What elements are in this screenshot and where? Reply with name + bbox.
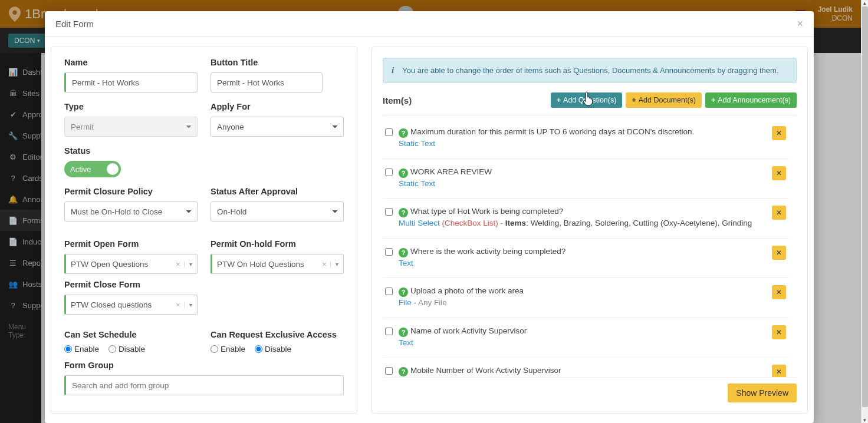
item-checkbox[interactable] <box>385 248 393 256</box>
edit-form-modal: Edit Form × Name Button Title <box>45 11 814 423</box>
info-banner: i You are able to change the order of it… <box>383 58 797 83</box>
items-panel: i You are able to change the order of it… <box>371 47 808 414</box>
open-form-label: Permit Open Form <box>64 239 198 249</box>
chevron-down-icon: ▾ <box>330 261 338 267</box>
question-mark-icon: ? <box>399 367 408 376</box>
plus-icon: + <box>557 96 561 104</box>
question-mark-icon: ? <box>399 168 408 178</box>
clear-icon[interactable]: × <box>318 260 330 269</box>
apply-for-select[interactable]: Anyone <box>211 117 344 137</box>
item-checkbox[interactable] <box>385 128 393 136</box>
question-mark-icon: ? <box>399 287 408 297</box>
item-checkbox[interactable] <box>385 287 393 295</box>
item-type: Static Text <box>399 179 435 188</box>
item-subtype: (CheckBox List) <box>442 219 498 227</box>
schedule-enable-radio[interactable]: Enable <box>64 345 99 353</box>
form-settings-panel: Name Button Title Type Permit <box>51 47 357 414</box>
panel-footer: Show Preview <box>383 377 797 402</box>
chevron-down-icon: ▾ <box>184 302 192 308</box>
info-icon: i <box>392 65 394 75</box>
status-label: Status <box>64 146 198 156</box>
delete-item-button[interactable]: ✕ <box>772 365 786 377</box>
list-item[interactable]: ?WORK AREA REVIEW Static Text ✕ <box>383 159 788 199</box>
schedule-disable-radio[interactable]: Disable <box>108 345 145 353</box>
plus-icon: + <box>632 96 636 104</box>
item-type: Static Text <box>399 139 435 148</box>
closure-policy-select[interactable]: Must be On-Hold to Close <box>64 201 198 222</box>
delete-item-button[interactable]: ✕ <box>772 206 786 220</box>
item-checkbox[interactable] <box>385 367 393 375</box>
name-input[interactable] <box>64 72 198 92</box>
close-form-select[interactable]: PTW Closed questions×▾ <box>64 295 198 315</box>
button-title-input[interactable] <box>211 72 323 92</box>
scrollbar-thumb[interactable] <box>862 6 868 407</box>
type-label: Type <box>64 102 198 111</box>
info-text: You are able to change the order of item… <box>402 66 778 75</box>
list-item[interactable]: ?What type of Hot Work is being complete… <box>383 199 788 239</box>
apply-for-label: Apply For <box>211 102 344 111</box>
delete-item-button[interactable]: ✕ <box>772 246 786 260</box>
item-type: File <box>399 298 412 307</box>
exclusive-label: Can Request Exclusive Access <box>211 330 344 339</box>
clear-icon[interactable]: × <box>172 260 184 269</box>
list-item[interactable]: ?Name of work Activity Supervisor Text ✕ <box>383 318 788 358</box>
add-document-button[interactable]: +Add Document(s) <box>626 92 702 108</box>
close-icon[interactable]: × <box>797 18 803 30</box>
chevron-down-icon: ▾ <box>184 261 192 267</box>
type-select: Permit <box>64 117 198 137</box>
onhold-form-select[interactable]: PTW On Hold Questions×▾ <box>211 254 344 274</box>
items-title: Item(s) <box>383 95 412 105</box>
item-checkbox[interactable] <box>385 328 393 335</box>
delete-item-button[interactable]: ✕ <box>772 285 786 299</box>
exclusive-enable-radio[interactable]: Enable <box>211 345 245 353</box>
show-preview-button[interactable]: Show Preview <box>728 384 797 402</box>
delete-item-button[interactable]: ✕ <box>772 325 786 339</box>
open-form-select[interactable]: PTW Open Questions×▾ <box>64 254 198 274</box>
item-type: Text <box>399 338 413 347</box>
question-mark-icon: ? <box>399 328 408 337</box>
delete-item-button[interactable]: ✕ <box>772 166 786 180</box>
clear-icon[interactable]: × <box>172 300 184 309</box>
closure-policy-label: Permit Closure Policy <box>64 187 198 196</box>
after-approval-select[interactable]: On-Hold <box>211 201 344 222</box>
delete-item-button[interactable]: ✕ <box>772 126 786 140</box>
question-mark-icon: ? <box>399 208 408 217</box>
add-question-button[interactable]: +Add Question(s) <box>551 92 623 108</box>
add-announcement-button[interactable]: +Add Announcement(s) <box>705 92 797 108</box>
plus-icon: + <box>711 96 715 104</box>
item-checkbox[interactable] <box>385 208 393 216</box>
onhold-form-label: Permit On-hold Form <box>211 239 344 249</box>
list-item[interactable]: ?Upload a photo of the work area File - … <box>383 278 788 318</box>
items-header: Item(s) +Add Question(s) +Add Document(s… <box>383 90 797 115</box>
item-checkbox[interactable] <box>385 168 393 176</box>
close-form-label: Permit Close Form <box>64 280 198 289</box>
list-item[interactable]: ?Where is the work activity being comple… <box>383 239 788 279</box>
status-toggle[interactable]: Active <box>64 161 121 177</box>
form-group-label: Form Group <box>64 361 344 370</box>
question-mark-icon: ? <box>399 248 408 257</box>
schedule-label: Can Set Schedule <box>64 330 198 339</box>
modal-header: Edit Form × <box>45 11 814 37</box>
after-approval-label: Status After Approval <box>211 187 344 196</box>
name-label: Name <box>64 58 198 67</box>
form-group-input[interactable] <box>64 375 344 395</box>
list-item[interactable]: ?Maximum duration for this permit is UP … <box>383 119 788 159</box>
exclusive-disable-radio[interactable]: Disable <box>255 345 291 353</box>
modal-title: Edit Form <box>55 19 94 29</box>
item-type: Text <box>399 259 413 267</box>
browser-scrollbar[interactable]: ▴ ▾ <box>861 0 868 423</box>
question-mark-icon: ? <box>399 128 408 138</box>
list-item[interactable]: ?Mobile Number of Work Activity Supervis… <box>383 358 788 377</box>
item-type: Multi Select <box>399 219 440 227</box>
items-list[interactable]: ?Maximum duration for this permit is UP … <box>383 119 797 377</box>
button-title-label: Button Title <box>211 58 344 67</box>
